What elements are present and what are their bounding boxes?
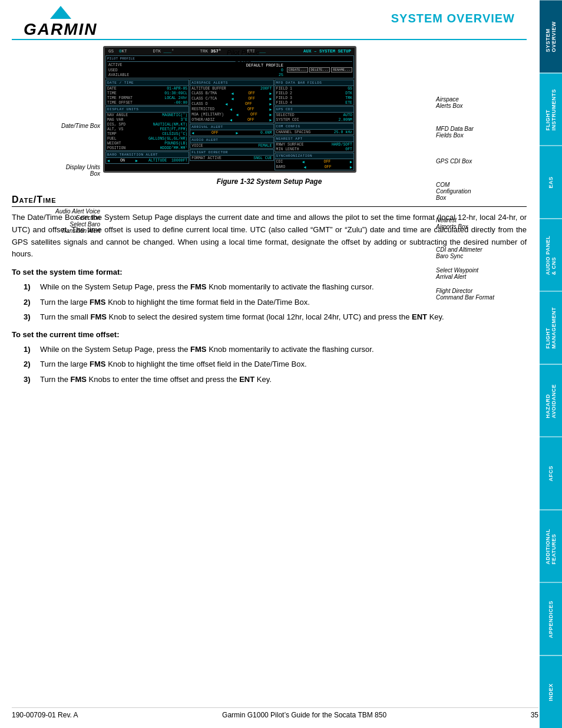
sidebar-tab-hazard[interactable]: HAZARDAVOIDANCE xyxy=(540,364,562,437)
garmin-logo: GARMIN xyxy=(24,6,98,39)
screen-datetime-box: DATE / TIME DATE01-APR-05 TIME01:30:09CL… xyxy=(105,80,189,106)
page-title: SYSTEM OVERVIEW xyxy=(391,6,527,28)
garmin-wordmark: GARMIN xyxy=(24,20,98,39)
screen-baro-transition-box: BARO TRANSITION ALERT ◄ ON ► ALTITUDE 18… xyxy=(105,151,189,164)
figure-section: Pilot ProfileSetup Date/Time Box Display… xyxy=(12,46,527,186)
screen-arrival-alert-box: ARRIVAL ALERT ◄OFF► 0.0NM xyxy=(190,124,273,136)
screen-airspace-alerts-box: AIRSPACE ALERTS ALTITUDE BUFFER200FT CLA… xyxy=(190,80,273,123)
sidebar-tab-audio-panel[interactable]: AUDIO PANEL& CNS xyxy=(540,219,562,292)
sidebar-tab-afcs[interactable]: AFCS xyxy=(540,437,562,510)
sidebar-tab-appendices[interactable]: APPENDICES xyxy=(540,582,562,655)
sidebar-tab-flight-management[interactable]: FLIGHTMANAGEMENT xyxy=(540,291,562,364)
screen-display-units-box: DISPLAY UNITS NAV ANGLEMAGNETIC(°) MAG V… xyxy=(105,106,189,151)
screen-gps-cdi-box: GPS CDI SELECTEDAUTO SYSTEM CDI2.00NM xyxy=(275,106,354,123)
screen-com-config-box: COM CONFIG CHANNEL SPACING25.0 kHz xyxy=(275,123,354,135)
step-3: 3) Turn the small FMS Knob to select the… xyxy=(24,311,527,323)
screen-flight-director-box: FLIGHT DIRECTOR FORMAT ACTIVESNGL CUE xyxy=(190,149,273,161)
callout-datetime: Date/Time Box xyxy=(61,123,100,129)
rename-button[interactable]: RENAME... xyxy=(331,67,352,73)
callout-flight-director: Flight DirectorCommand Bar Format xyxy=(436,288,494,301)
callout-audio-alert: Audio Alert VoiceSelectionSelect BaroTra… xyxy=(55,208,100,234)
page-header: GARMIN SYSTEM OVERVIEW xyxy=(12,0,527,40)
garmin-triangle-icon xyxy=(50,6,71,19)
footer-right: 35 xyxy=(531,711,538,719)
sidebar-tab-system-overview[interactable]: SYSTEMOVERVIEW xyxy=(540,0,562,73)
screen-synchronization-box: SYNCHRONIZATION CDI◄OFF► BARO◄OFF► xyxy=(275,153,354,170)
sidebar-tab-additional[interactable]: ADDITIONALFEATURES xyxy=(540,510,562,583)
callout-cdi-baro: CDI and AltimeterBaro Sync xyxy=(436,246,482,259)
sidebar-tab-eas[interactable]: EAS xyxy=(540,146,562,219)
screen-main-grid: DATE / TIME DATE01-APR-05 TIME01:30:09CL… xyxy=(105,79,355,171)
subsection-heading-time-offset: To set the current time offset: xyxy=(12,330,527,339)
sidebar: SYSTEMOVERVIEW FLIGHTINSTRUMENTS EAS AUD… xyxy=(540,0,562,728)
callout-select-waypoint: Select WaypointArrival Alert xyxy=(436,267,478,280)
screen-nearest-apt-box: NEAREST APT RNWY SURFACEHARD/SOFT MIN LE… xyxy=(275,136,354,152)
callout-com-config: COMConfigurationBox xyxy=(436,182,471,201)
page-footer: 190-00709-01 Rev. A Garmin G1000 Pilot’s… xyxy=(12,707,538,719)
footer-left: 190-00709-01 Rev. A xyxy=(12,711,78,719)
callout-airspace-alerts: AirspaceAlerts Box xyxy=(436,96,463,109)
delete-button[interactable]: DELETE... xyxy=(309,67,330,73)
offset-step-3: 3) Turn the FMS Knobs to enter the time … xyxy=(24,374,527,386)
avionics-screen: GS 0KT DTK ___° TRK 357° ETE ___ AUX – S… xyxy=(103,46,430,173)
footer-center: Garmin G1000 Pilot’s Guide for the Socat… xyxy=(222,711,386,719)
create-button[interactable]: CREATE... xyxy=(287,67,308,73)
screen-audio-alert-box: AUDIO ALERT VOICEFEMALE xyxy=(190,137,273,149)
sidebar-tab-flight-instruments[interactable]: FLIGHTINSTRUMENTS xyxy=(540,73,562,146)
callout-gps-cdi: GPS CDI Box xyxy=(436,158,472,164)
sidebar-tab-index[interactable]: INDEX xyxy=(540,655,562,729)
time-offset-steps: 1) While on the System Setup Page, press… xyxy=(24,344,527,386)
callout-nearest-airports: NearestAirports Box xyxy=(436,217,468,230)
callout-display-units: Display UnitsBox xyxy=(66,164,100,177)
callout-mfd-data-bar: MFD Data BarFields Box xyxy=(436,126,474,139)
screen-mfd-data-bar-box: MFD DATA BAR FIELDS FIELD 1GS FIELD 2DTK… xyxy=(275,80,354,106)
main-content: GARMIN SYSTEM OVERVIEW Pilot ProfileSetu… xyxy=(0,0,538,385)
offset-step-2: 2) Turn the large FMS Knob to highlight … xyxy=(24,358,527,370)
pilot-profile-label: Pilot ProfileSetup xyxy=(227,49,260,76)
offset-step-1: 1) While on the System Setup Page, press… xyxy=(24,344,527,355)
